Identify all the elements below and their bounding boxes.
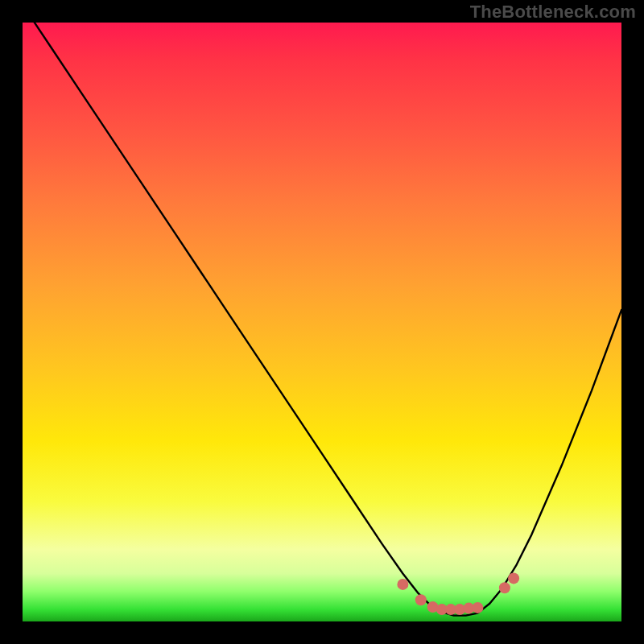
marker-dot (472, 602, 483, 613)
marker-dot (415, 594, 427, 605)
chart-container: TheBottleneck.com (0, 0, 644, 644)
bottleneck-curve (23, 23, 621, 616)
marker-dot (397, 579, 408, 590)
valley-markers (397, 572, 519, 615)
plot-area (23, 23, 621, 621)
watermark-text: TheBottleneck.com (470, 2, 636, 23)
marker-dot (499, 582, 510, 593)
marker-dot (508, 572, 519, 584)
chart-svg (23, 23, 621, 621)
